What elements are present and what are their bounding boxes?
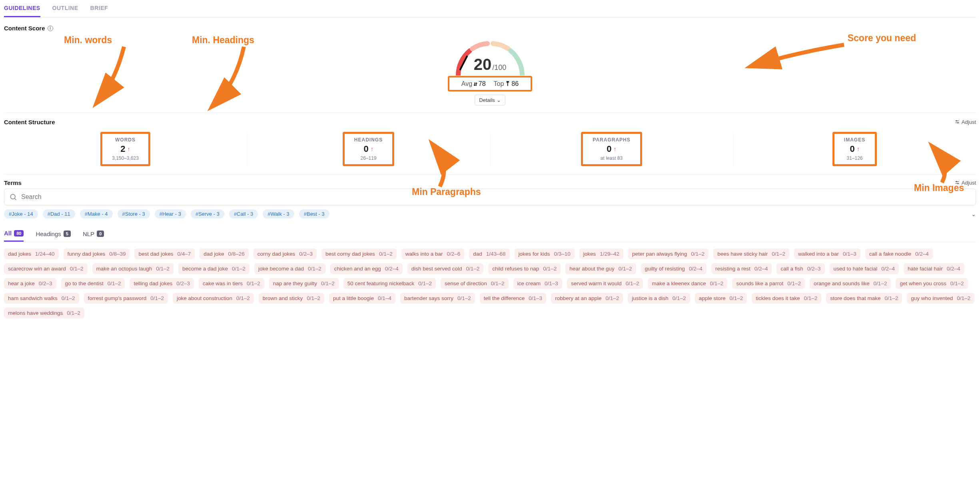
tab-outline[interactable]: OUTLINE — [52, 0, 78, 17]
term-chip[interactable]: funny dad jokes0/8–39 — [64, 248, 130, 259]
term-chip[interactable]: sounds like a parrot0/1–2 — [732, 278, 805, 289]
term-chip[interactable]: walked into a bar0/1–3 — [794, 248, 860, 259]
term-chip[interactable]: ice cream0/1–3 — [513, 278, 562, 289]
term-chip[interactable]: hate facial hair0/2–4 — [904, 263, 964, 274]
arrow-up-icon: ↑ — [614, 146, 617, 152]
term-chip[interactable]: cake was in tiers0/1–2 — [199, 278, 264, 289]
hashtag-pill[interactable]: #Make - 4 — [80, 209, 113, 219]
terms-title: Terms — [4, 179, 22, 186]
term-chip[interactable]: go to the dentist0/1–2 — [61, 278, 125, 289]
term-chip[interactable]: bees have sticky hair0/1–2 — [713, 248, 789, 259]
term-chip[interactable]: served warm it would0/1–2 — [567, 278, 643, 289]
hashtag-pill[interactable]: #Call - 3 — [229, 209, 258, 219]
term-chip[interactable]: nap are they guilty0/1–2 — [269, 278, 339, 289]
score-avg-top: Avg⇵78 Top⤒86 — [448, 76, 532, 91]
term-chip[interactable]: dish best served cold0/1–2 — [407, 263, 484, 274]
term-chip[interactable]: best corny dad jokes0/1–2 — [321, 248, 397, 259]
term-chips: dad jokes1/24–40funny dad jokes0/8–39bes… — [4, 248, 976, 318]
subtab-all[interactable]: All80 — [4, 226, 24, 242]
svg-point-2 — [956, 120, 957, 121]
svg-point-9 — [10, 194, 15, 199]
term-chip[interactable]: hear a joke0/2–3 — [4, 278, 56, 289]
adjust-terms-button[interactable]: Adjust — [954, 180, 976, 186]
hashtag-pill[interactable]: #Joke - 14 — [4, 209, 38, 219]
subtab-nlp[interactable]: NLP0 — [83, 226, 104, 242]
arrow-up-icon: ↑ — [857, 146, 860, 152]
term-chip[interactable]: scarecrow win an award0/1–2 — [4, 263, 88, 274]
details-button[interactable]: Details ⌄ — [475, 95, 505, 105]
tab-guidelines[interactable]: GUIDELINES — [4, 0, 40, 17]
term-chip[interactable]: tickles does it take0/1–2 — [752, 293, 821, 304]
term-chip[interactable]: store does that make0/1–2 — [826, 293, 902, 304]
term-chip[interactable]: tell the difference0/1–3 — [480, 293, 546, 304]
term-chip[interactable]: sense of direction0/1–2 — [441, 278, 509, 289]
term-chip[interactable]: joke become a dad0/1–2 — [254, 263, 325, 274]
term-chip[interactable]: best dad jokes0/4–7 — [134, 248, 195, 259]
hashtag-pill[interactable]: #Dad - 11 — [43, 209, 75, 219]
term-chip[interactable]: bartender says sorry0/1–2 — [400, 293, 475, 304]
svg-point-4 — [957, 122, 958, 123]
term-chip[interactable]: jokes1/29–42 — [579, 248, 623, 259]
content-score-label: Content Score — [4, 25, 45, 32]
content-score-title: Content Score i — [4, 25, 976, 32]
term-chip[interactable]: joke about construction0/1–2 — [173, 293, 254, 304]
term-chip[interactable]: dad1/43–68 — [469, 248, 509, 259]
term-chip[interactable]: forrest gump's password0/1–2 — [84, 293, 168, 304]
subtab-headings[interactable]: Headings5 — [36, 226, 71, 242]
term-chip[interactable]: telling dad jokes0/2–3 — [130, 278, 194, 289]
term-chip[interactable]: apple store0/1–2 — [695, 293, 747, 304]
content-structure-row: WORDS 2↑ 3,150–3,623 HEADINGS 0↑ 26–119 … — [4, 128, 976, 175]
term-chip[interactable]: ham sandwich walks0/1–2 — [4, 293, 79, 304]
search-row — [4, 189, 976, 205]
term-chip[interactable]: dad joke0/8–26 — [200, 248, 248, 259]
term-chip[interactable]: child refuses to nap0/1–2 — [488, 263, 561, 274]
term-chip[interactable]: 50 cent featuring nickelback0/1–2 — [343, 278, 436, 289]
hashtag-pill[interactable]: #Walk - 3 — [263, 209, 294, 219]
tab-brief[interactable]: BRIEF — [90, 0, 108, 17]
chevron-down-icon: ⌄ — [497, 97, 501, 103]
term-chip[interactable]: brown and sticky0/1–2 — [259, 293, 324, 304]
term-chip[interactable]: call a fake noodle0/2–4 — [865, 248, 933, 259]
term-chip[interactable]: get when you cross0/1–2 — [896, 278, 968, 289]
term-chip[interactable]: dad jokes1/24–40 — [4, 248, 59, 259]
term-chip[interactable]: corny dad jokes0/2–3 — [253, 248, 317, 259]
hashtag-pill[interactable]: #Serve - 3 — [191, 209, 224, 219]
term-chip[interactable]: justice is a dish0/1–2 — [628, 293, 690, 304]
term-chip[interactable]: make an octopus laugh0/1–2 — [92, 263, 174, 274]
term-chip[interactable]: chicken and an egg0/2–4 — [330, 263, 403, 274]
hashtag-pill[interactable]: #Hear - 3 — [155, 209, 186, 219]
hashtag-pill[interactable]: #Best - 3 — [299, 209, 329, 219]
score-gauge: 20/100 Avg⇵78 Top⤒86 Details ⌄ — [4, 36, 976, 105]
term-chip[interactable]: put a little boogie0/1–4 — [329, 293, 395, 304]
term-chip[interactable]: robbery at an apple0/1–2 — [551, 293, 623, 304]
term-chip[interactable]: guilty of resisting0/2–4 — [641, 263, 707, 274]
main-tabs: GUIDELINES OUTLINE BRIEF — [4, 0, 976, 18]
term-chip[interactable]: become a dad joke0/1–2 — [178, 263, 249, 274]
term-chip[interactable]: walks into a bar0/2–6 — [401, 248, 465, 259]
hashtag-pill[interactable]: #Store - 3 — [118, 209, 150, 219]
term-chip[interactable]: jokes for kids0/3–10 — [515, 248, 575, 259]
term-chip[interactable]: used to hate facial0/2–4 — [830, 263, 899, 274]
score-value: 20/100 — [474, 56, 507, 74]
term-chip[interactable]: orange and sounds like0/1–2 — [810, 278, 891, 289]
search-input[interactable] — [21, 193, 971, 201]
term-chip[interactable]: guy who invented0/1–2 — [907, 293, 974, 304]
info-icon[interactable]: i — [48, 26, 53, 31]
term-chip[interactable]: hear about the guy0/1–2 — [565, 263, 636, 274]
arrow-up-icon: ↑ — [371, 146, 373, 152]
term-chip[interactable]: resisting a rest0/2–4 — [711, 263, 772, 274]
paragraphs-cell[interactable]: PARAGRAPHS 0↑ at least 83 — [581, 132, 642, 166]
words-cell[interactable]: WORDS 2↑ 3,150–3,623 — [100, 132, 150, 166]
term-chip[interactable]: make a kleenex dance0/1–2 — [648, 278, 727, 289]
svg-point-6 — [956, 181, 957, 182]
svg-point-8 — [957, 183, 958, 184]
term-chip[interactable]: call a fish0/2–3 — [776, 263, 824, 274]
arrow-up-icon: ↑ — [128, 146, 130, 152]
terms-subtabs: All80 Headings5 NLP0 — [4, 226, 976, 242]
term-chip[interactable]: peter pan always flying0/1–2 — [628, 248, 709, 259]
images-cell[interactable]: IMAGES 0↑ 31–126 — [832, 132, 877, 166]
adjust-structure-button[interactable]: Adjust — [954, 119, 976, 125]
headings-cell[interactable]: HEADINGS 0↑ 26–119 — [343, 132, 394, 166]
chevron-down-icon[interactable]: ⌄ — [971, 211, 976, 217]
term-chip[interactable]: melons have weddings0/1–2 — [4, 308, 84, 318]
